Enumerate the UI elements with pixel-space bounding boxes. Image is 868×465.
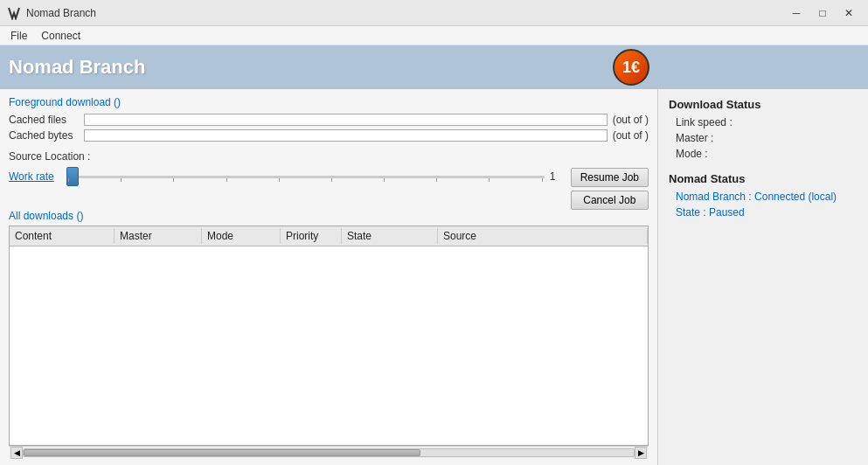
- close-button[interactable]: ✕: [837, 4, 861, 22]
- cached-files-row: Cached files (out of ): [9, 114, 649, 126]
- nomad-connection-status: Nomad Branch : Connected (local): [669, 191, 858, 203]
- menu-bar: File Connect: [0, 26, 868, 45]
- table-header: Content Master Mode Priority State Sourc…: [10, 226, 648, 246]
- menu-connect[interactable]: Connect: [34, 28, 87, 44]
- maximize-button[interactable]: □: [810, 4, 835, 22]
- scroll-left-button[interactable]: ◀: [10, 447, 23, 459]
- slider-ticks: [66, 178, 545, 182]
- work-rate-area: Work rate: [9, 168, 564, 185]
- download-status-title: Download Status: [669, 98, 858, 111]
- tick-8: [436, 178, 437, 182]
- nomad-status-title: Nomad Status: [669, 172, 858, 185]
- col-header-state[interactable]: State: [342, 228, 438, 244]
- mode-label: Mode :: [669, 148, 858, 160]
- source-location-label: Source Location :: [9, 150, 90, 163]
- col-header-mode[interactable]: Mode: [202, 228, 281, 244]
- title-bar: Nomad Branch ─ □ ✕: [0, 0, 868, 26]
- cached-files-progress: [84, 114, 608, 126]
- job-buttons: Resume Job Cancel Job: [571, 168, 649, 210]
- left-panel: Foreground download () Cached files (out…: [0, 89, 658, 465]
- tick-6: [331, 178, 332, 182]
- window-controls: ─ □ ✕: [784, 4, 861, 22]
- logo-text: 1€: [622, 59, 640, 77]
- window-title: Nomad Branch: [26, 7, 784, 19]
- col-header-master[interactable]: Master: [115, 228, 202, 244]
- col-header-content[interactable]: Content: [10, 228, 115, 244]
- cancel-job-button[interactable]: Cancel Job: [571, 191, 649, 210]
- app-title: Nomad Branch: [9, 56, 145, 79]
- resume-job-button[interactable]: Resume Job: [571, 168, 649, 187]
- app-logo: 1€: [613, 49, 649, 86]
- tick-2: [121, 178, 122, 182]
- h-scrollbar: ◀ ▶: [9, 446, 649, 458]
- app-icon: [7, 6, 21, 20]
- nomad-state-status: State : Paused: [669, 206, 858, 219]
- nomad-status-section: Nomad Status Nomad Branch : Connected (l…: [669, 172, 858, 219]
- tick-9: [489, 178, 490, 182]
- scroll-right-button[interactable]: ▶: [635, 447, 647, 459]
- scrollbar-thumb[interactable]: [24, 449, 420, 456]
- menu-file[interactable]: File: [3, 28, 34, 44]
- col-header-priority[interactable]: Priority: [281, 228, 342, 244]
- tick-7: [384, 178, 385, 182]
- tick-5: [279, 178, 280, 182]
- tick-3: [173, 178, 174, 182]
- cached-bytes-out: (out of ): [613, 129, 649, 142]
- tick-10: [542, 178, 543, 182]
- foreground-download-label[interactable]: Foreground download (): [9, 96, 649, 108]
- download-status-section: Download Status Link speed : Master : Mo…: [669, 98, 858, 160]
- cached-bytes-label: Cached bytes: [9, 129, 79, 142]
- col-header-source[interactable]: Source: [438, 228, 648, 244]
- slider-value: 1: [550, 170, 564, 183]
- cached-files-out: (out of ): [613, 114, 649, 126]
- scrollbar-track: [23, 448, 635, 457]
- cached-bytes-row: Cached bytes (out of ): [9, 129, 649, 142]
- cached-files-label: Cached files: [9, 114, 79, 126]
- downloads-table: Content Master Mode Priority State Sourc…: [9, 226, 649, 446]
- link-speed-label: Link speed :: [669, 116, 858, 128]
- tick-4: [226, 178, 227, 182]
- tick-1: [68, 178, 69, 182]
- table-body: [10, 246, 648, 445]
- slider-track: [66, 176, 545, 178]
- source-location-row: Source Location :: [9, 150, 649, 163]
- master-label: Master :: [669, 132, 858, 144]
- work-rate-buttons-row: Work rate: [9, 168, 649, 210]
- slider-thumb[interactable]: [66, 167, 79, 186]
- cached-bytes-progress: [84, 129, 608, 142]
- main-layout: Foreground download () Cached files (out…: [0, 89, 868, 465]
- all-downloads-label[interactable]: All downloads (): [9, 210, 649, 222]
- minimize-button[interactable]: ─: [784, 4, 809, 22]
- work-rate-slider-container: [66, 168, 545, 185]
- right-panel: Download Status Link speed : Master : Mo…: [658, 89, 868, 465]
- app-header: Nomad Branch 1€: [0, 45, 868, 89]
- work-rate-label[interactable]: Work rate: [9, 170, 61, 183]
